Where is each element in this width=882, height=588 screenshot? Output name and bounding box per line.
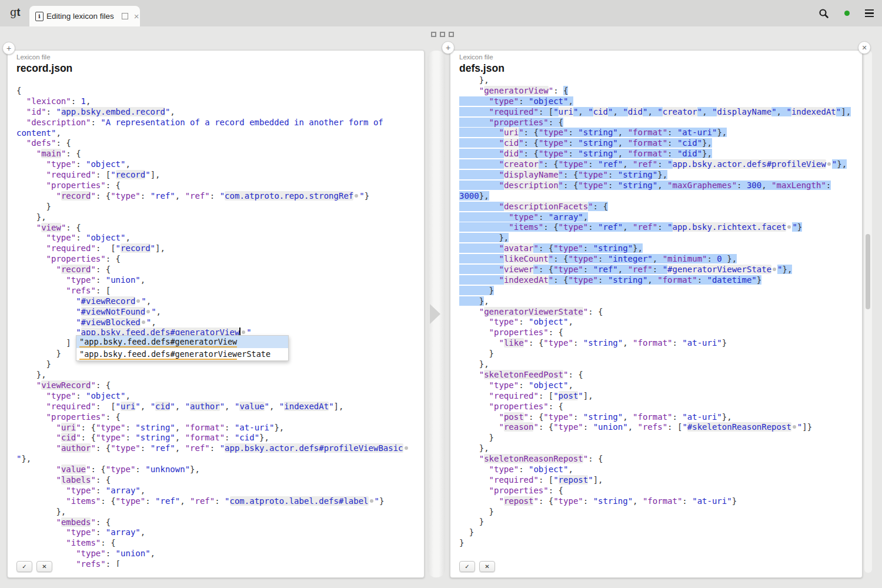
maximize-icon[interactable]	[122, 13, 128, 19]
app-logo[interactable]: gt	[10, 6, 21, 19]
code-line[interactable]: "repost": {"type": "string", "format": "…	[459, 496, 856, 507]
code-line[interactable]: "like": {"type": "string", "format": "at…	[459, 338, 856, 349]
code-line[interactable]: "cid": {"type": "string", "format": "cid…	[459, 138, 856, 149]
code-line[interactable]: "description": {"type": "string", "maxGr…	[459, 181, 856, 191]
menu-icon[interactable]	[865, 9, 874, 18]
code-line[interactable]: "skeletonFeedPost": {	[459, 370, 856, 380]
code-line[interactable]: "generatorViewerState": {	[459, 307, 856, 318]
code-line[interactable]: }	[459, 349, 856, 359]
code-line[interactable]: "type": "object",	[459, 380, 856, 391]
confirm-button[interactable]: ✓	[459, 561, 475, 572]
code-line[interactable]: "#viewBlocked",	[16, 318, 418, 328]
code-line[interactable]: "#viewNotFound",	[16, 307, 418, 318]
code-line[interactable]: "labels": {	[16, 475, 418, 486]
cancel-button[interactable]: ✕	[36, 561, 52, 572]
code-line[interactable]: "required": ["record"],	[16, 243, 418, 254]
scrollbar-thumb[interactable]	[866, 234, 870, 309]
code-line[interactable]: "post": {"type": "string", "format": "at…	[459, 412, 856, 423]
code-line[interactable]: "properties": {	[459, 118, 856, 128]
code-line[interactable]: "uri": {"type": "string", "format": "at-…	[459, 128, 856, 138]
code-line[interactable]: },	[16, 507, 418, 517]
code-line[interactable]: "viewer": {"type": "ref", "ref": "#gener…	[459, 265, 856, 275]
code-line[interactable]: "type": "array",	[16, 486, 418, 496]
code-editor-defs[interactable]: }, "generatorView": { "type": "object", …	[459, 75, 856, 553]
code-line[interactable]: },	[459, 233, 856, 243]
code-line[interactable]: "items": {"type": "ref", "ref": "com.atp…	[16, 496, 418, 507]
code-line[interactable]: "main": {	[16, 149, 418, 159]
code-line[interactable]: },	[16, 212, 418, 223]
code-line[interactable]: }	[459, 527, 856, 538]
code-line[interactable]: "type": "object",	[459, 96, 856, 107]
code-line[interactable]: "type": "array",	[459, 212, 856, 223]
code-line[interactable]: {	[16, 86, 418, 96]
code-line[interactable]: },	[16, 370, 418, 380]
code-line[interactable]: "type": "object",	[16, 233, 418, 243]
code-line[interactable]: "record": {"type": "ref", "ref": "com.at…	[16, 191, 418, 202]
code-line[interactable]: }	[459, 517, 856, 527]
code-line[interactable]: }	[459, 507, 856, 517]
code-line[interactable]: }	[459, 538, 856, 549]
code-line[interactable]: "id": "app.bsky.embed.record",	[16, 107, 418, 118]
code-line[interactable]: "view": {	[16, 223, 418, 233]
code-line[interactable]: "generatorView": {	[459, 86, 856, 96]
autocomplete-item[interactable]: "app.bsky.feed.defs#generatorView	[76, 336, 288, 348]
code-line[interactable]: "refs": [	[16, 286, 418, 296]
code-line[interactable]: "type": "object",	[16, 391, 418, 402]
code-line[interactable]: "required": ["post"],	[459, 391, 856, 402]
code-line[interactable]: "value": {"type": "unknown"},	[16, 465, 418, 475]
code-line[interactable]: "properties": {	[16, 412, 418, 423]
code-line[interactable]: "required": ["record"],	[16, 170, 418, 181]
code-line[interactable]: "#viewRecord",	[16, 296, 418, 307]
code-line[interactable]: "required": ["uri", "cid", "did", "creat…	[459, 107, 856, 118]
code-line[interactable]: "record": {	[16, 265, 418, 275]
code-line[interactable]: "items": {"type": "ref", "ref": "app.bsk…	[459, 222, 856, 233]
cancel-button[interactable]: ✕	[479, 561, 495, 572]
code-line[interactable]: "type": "union",	[16, 549, 418, 559]
code-line[interactable]: "indexedAt": {"type": "string", "format"…	[459, 275, 856, 286]
code-line[interactable]: "properties": {	[16, 181, 418, 191]
code-line[interactable]: "cid": {"type": "string", "format": "cid…	[16, 433, 418, 443]
code-line[interactable]: "required": ["uri", "cid", "author", "va…	[16, 402, 418, 412]
code-line[interactable]: "defs": {	[16, 138, 418, 149]
code-line[interactable]: "embeds": {	[16, 517, 418, 528]
code-line[interactable]: "required": ["repost"],	[459, 475, 856, 486]
code-line[interactable]: "uri": {"type": "string", "format": "at-…	[16, 423, 418, 433]
code-line[interactable]: "descriptionFacets": {	[459, 202, 856, 212]
code-line[interactable]: 3000},	[459, 191, 856, 202]
code-line[interactable]: "type": "array",	[16, 527, 418, 538]
code-line[interactable]: "properties": {	[459, 328, 856, 338]
close-panel-button[interactable]: ✕	[858, 41, 871, 54]
code-line[interactable]: "type": "union",	[16, 275, 418, 286]
code-line[interactable]: "items": {	[16, 538, 418, 549]
code-line[interactable]: "},	[16, 454, 418, 465]
code-line[interactable]: "likeCount": {"type": "integer", "minimu…	[459, 254, 856, 265]
code-line[interactable]: "properties": {	[16, 254, 418, 265]
code-line[interactable]: "properties": {	[459, 402, 856, 412]
code-line[interactable]: "author": {"type": "ref", "ref": "app.bs…	[16, 443, 418, 454]
code-line[interactable]: },	[459, 296, 856, 307]
right-scroll-gutter[interactable]	[864, 51, 872, 573]
code-line[interactable]: "lexicon": 1,	[16, 96, 418, 107]
code-line[interactable]: },	[459, 443, 856, 454]
autocomplete-item[interactable]: "app.bsky.feed.defs#generatorViewerState	[76, 348, 288, 360]
code-line[interactable]: "creator": {"type": "ref", "ref": "app.b…	[459, 159, 856, 170]
code-line[interactable]: "type": "object",	[16, 159, 418, 170]
code-line[interactable]: "type": "object",	[459, 317, 856, 328]
code-line[interactable]: "did": {"type": "string", "format": "did…	[459, 149, 856, 159]
code-line[interactable]: "refs": [	[16, 559, 418, 567]
code-line[interactable]: "reason": {"type": "union", "refs": ["#s…	[459, 422, 856, 433]
tab-close-icon[interactable]: ×	[134, 12, 139, 21]
code-line[interactable]: "properties": {	[459, 486, 856, 496]
window-position-squares[interactable]	[431, 32, 454, 37]
code-line[interactable]: },	[459, 75, 856, 86]
code-line[interactable]: }	[459, 433, 856, 443]
code-line[interactable]: }	[459, 286, 856, 296]
code-line[interactable]: },	[459, 359, 856, 370]
code-line[interactable]: "type": "object",	[459, 465, 856, 475]
add-column-left-button[interactable]: +	[2, 42, 15, 55]
code-line[interactable]: "viewRecord": {	[16, 380, 418, 391]
advance-triangle-icon[interactable]	[430, 304, 440, 324]
status-dot[interactable]	[844, 11, 850, 16]
code-line[interactable]: "skeletonReasonRepost": {	[459, 454, 856, 465]
code-line[interactable]: content",	[16, 128, 418, 139]
